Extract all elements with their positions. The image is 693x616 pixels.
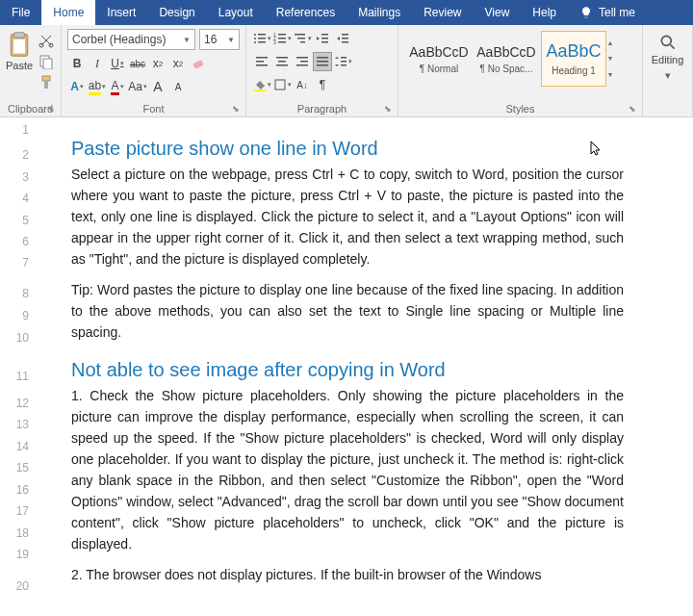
bullets-button[interactable]: ▾ <box>252 29 271 48</box>
shading-button[interactable]: ▾ <box>252 75 271 94</box>
tab-review[interactable]: Review <box>412 0 473 25</box>
styles-more[interactable]: ▴ ▾ ▾ <box>608 31 624 87</box>
clear-format-button[interactable] <box>189 54 208 73</box>
tab-references[interactable]: References <box>265 0 346 25</box>
svg-rect-32 <box>256 61 264 63</box>
align-right-icon <box>295 55 309 68</box>
line-number: 19 <box>0 548 29 561</box>
font-launcher[interactable]: ⬊ <box>232 104 242 114</box>
svg-point-48 <box>661 36 671 45</box>
tab-view[interactable]: View <box>474 0 522 25</box>
align-right-button[interactable] <box>293 52 312 71</box>
change-case-button[interactable]: Aa▾ <box>128 77 147 96</box>
subscript-button[interactable]: x2 <box>148 54 167 73</box>
document-area[interactable]: Paste picture show one line in Word Sele… <box>0 117 693 616</box>
eraser-icon <box>191 56 206 71</box>
bold-button[interactable]: B <box>67 54 87 73</box>
svg-rect-39 <box>296 64 308 66</box>
svg-rect-42 <box>317 64 328 66</box>
more-icon: ▾ <box>608 70 624 79</box>
strike-button[interactable]: abc <box>128 54 147 73</box>
doc-paragraph: Select a picture on the webpage, press C… <box>71 164 624 270</box>
paste-button[interactable]: Paste <box>4 27 35 90</box>
paste-label: Paste <box>6 60 33 71</box>
tab-layout[interactable]: Layout <box>207 0 265 25</box>
outdent-icon <box>316 32 329 45</box>
tab-help[interactable]: Help <box>521 0 568 25</box>
highlight-button[interactable]: ab▾ <box>88 77 107 96</box>
clipboard-launcher[interactable]: ⬊ <box>47 104 57 114</box>
style-no-spacing[interactable]: AaBbCcD ¶ No Spac... <box>474 31 539 87</box>
svg-rect-35 <box>278 61 286 63</box>
align-left-button[interactable] <box>252 52 271 71</box>
tab-insert[interactable]: Insert <box>95 0 147 25</box>
tab-home[interactable]: Home <box>41 0 95 25</box>
italic-button[interactable]: I <box>88 54 107 73</box>
tab-design[interactable]: Design <box>147 0 206 25</box>
svg-rect-34 <box>276 57 288 59</box>
font-color-button[interactable]: A▾ <box>108 77 127 96</box>
shrink-font-button[interactable]: A <box>168 77 188 96</box>
spacing-icon <box>334 55 347 68</box>
tell-me[interactable]: Tell me <box>568 0 647 25</box>
copy-button[interactable] <box>38 54 54 69</box>
style-normal[interactable]: AaBbCcD ¶ Normal <box>406 31 472 87</box>
align-center-button[interactable] <box>272 52 292 71</box>
numbering-button[interactable]: 123▾ <box>272 29 292 48</box>
ribbon-tabs: File Home Insert Design Layout Reference… <box>0 0 693 25</box>
text-effects-button[interactable]: A▾ <box>67 77 87 96</box>
increase-indent-button[interactable] <box>333 29 352 48</box>
line-spacing-button[interactable]: ▾ <box>333 52 352 71</box>
svg-point-10 <box>254 34 256 36</box>
font-size-combo[interactable]: 16▼ <box>199 29 240 50</box>
bullet-list-icon <box>253 32 267 45</box>
svg-rect-40 <box>317 57 328 59</box>
paragraph-launcher[interactable]: ⬊ <box>384 104 394 114</box>
style-heading1[interactable]: AaBbC Heading 1 <box>541 31 606 87</box>
font-name-combo[interactable]: Corbel (Headings)▼ <box>67 29 195 50</box>
search-icon <box>658 33 678 52</box>
svg-rect-38 <box>300 61 308 63</box>
line-number: 2 <box>0 148 29 162</box>
grow-font-button[interactable]: A <box>148 77 167 96</box>
svg-rect-29 <box>342 38 348 39</box>
tab-mailings[interactable]: Mailings <box>346 0 412 25</box>
svg-rect-17 <box>278 34 286 36</box>
line-number: 12 <box>0 397 29 410</box>
svg-rect-21 <box>278 41 286 43</box>
superscript-button[interactable]: x2 <box>168 54 188 73</box>
chevron-down-icon: ▾ <box>608 54 624 63</box>
line-number: 9 <box>0 309 29 322</box>
tell-me-label: Tell me <box>599 6 635 19</box>
multilevel-button[interactable]: ▾ <box>293 29 312 48</box>
lightbulb-icon <box>579 6 593 19</box>
sort-button[interactable]: A↓ <box>293 75 312 94</box>
svg-rect-23 <box>297 38 305 39</box>
line-number: 10 <box>0 331 29 345</box>
line-number: 1 <box>0 123 29 137</box>
justify-icon <box>316 55 329 68</box>
decrease-indent-button[interactable] <box>313 29 332 48</box>
justify-button[interactable] <box>313 52 332 71</box>
format-painter-button[interactable] <box>38 75 54 90</box>
tab-file[interactable]: File <box>0 0 41 25</box>
font-group-label: Font <box>62 103 245 115</box>
line-number: 14 <box>0 440 29 453</box>
underline-button[interactable]: U▾ <box>108 54 127 73</box>
chevron-up-icon: ▴ <box>608 38 624 47</box>
align-left-icon <box>255 55 269 68</box>
group-styles: AaBbCcD ¶ Normal AaBbCcD ¶ No Spac... Aa… <box>398 25 643 116</box>
show-marks-button[interactable]: ¶ <box>313 75 332 94</box>
svg-rect-9 <box>192 60 204 69</box>
borders-button[interactable]: ▾ <box>272 75 292 94</box>
svg-text:3: 3 <box>273 39 276 45</box>
find-button[interactable]: Editing ▾ <box>647 27 688 88</box>
svg-rect-41 <box>317 61 328 63</box>
svg-rect-33 <box>256 64 268 66</box>
brush-icon <box>38 75 54 90</box>
svg-rect-26 <box>321 38 328 39</box>
cut-button[interactable] <box>38 33 54 48</box>
styles-launcher[interactable]: ⬊ <box>629 104 638 114</box>
border-icon <box>273 78 287 91</box>
svg-rect-11 <box>258 34 266 36</box>
